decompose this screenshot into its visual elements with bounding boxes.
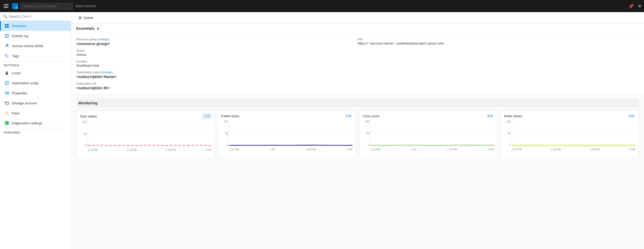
delete-button[interactable]: 🗑 Delete (76, 15, 96, 21)
core-count-chart: Core count Edit 100 50 0 (359, 110, 497, 158)
svg-rect-13 (5, 92, 6, 94)
azure-logo (12, 3, 18, 9)
resource-group-field: Resource group (change) <resource group> (76, 38, 358, 46)
svg-rect-3 (7, 26, 9, 28)
essentials-left: Resource group (change) <resource group>… (76, 38, 358, 90)
node-states-title: Node states (504, 114, 522, 118)
node-states-edit[interactable]: Edit (628, 114, 635, 118)
subscription-name-change-link[interactable]: (change) (101, 71, 112, 74)
svg-rect-11 (6, 73, 8, 75)
automation-script-icon (4, 81, 9, 85)
svg-point-10 (6, 55, 6, 55)
node-states-header: Node states Edit (504, 114, 635, 118)
settings-section-label: SETTINGS (0, 61, 71, 68)
location-field: Location Southeast Asia (76, 60, 358, 67)
properties-label: Properties (12, 91, 27, 95)
svg-rect-18 (6, 102, 6, 103)
svg-line-20 (8, 113, 8, 114)
sidebar-item-diagnostics[interactable]: + Diagnostics settings (0, 118, 71, 128)
svg-rect-0 (5, 24, 7, 26)
monitoring-header: Monitoring (76, 99, 639, 107)
activity-log-label: Activity log (12, 34, 28, 38)
svg-rect-15 (8, 92, 9, 94)
sidebar-item-overview[interactable]: Overview (0, 21, 71, 31)
monitoring-charts: Task states Edit 100 50 0 (76, 110, 639, 158)
delete-icon: 🗑 (78, 16, 82, 20)
core-count-plot (370, 120, 494, 147)
storage-account-icon (4, 101, 9, 105)
failed-tasks-area: 100 50 0 (221, 120, 353, 152)
failed-tasks-y-labels: 100 50 0 (221, 120, 229, 147)
task-states-y-labels: 100 50 0 (80, 121, 88, 147)
subscription-name-value: <subscription Name> (76, 74, 358, 79)
essentials-section: Essentials ∧ Resource group (change) <re… (71, 24, 644, 95)
node-states-plot (512, 120, 635, 147)
close-icon[interactable]: ✕ (638, 4, 641, 9)
failed-tasks-title: Failed tasks (221, 114, 239, 118)
sidebar-item-locks[interactable]: Locks (0, 68, 71, 78)
subscription-id-value: <subscription ID> (76, 86, 358, 90)
task-states-header: Task states Edit (80, 114, 211, 119)
storage-account-label: Storage account (12, 101, 37, 105)
svg-point-9 (8, 45, 9, 46)
svg-rect-2 (5, 26, 7, 28)
sidebar-item-storage-account[interactable]: Storage account (0, 98, 71, 108)
access-control-label: Access control (IAM) (12, 44, 43, 48)
failed-tasks-edit[interactable]: Edit (345, 114, 353, 118)
essentials-title: Essentials (76, 26, 95, 31)
status-value: Online (76, 53, 358, 57)
core-count-title: Core count (363, 114, 379, 118)
essentials-body: Resource group (change) <resource group>… (71, 33, 644, 94)
sidebar: 🔍 Overview Activity log Access control (… (0, 12, 71, 249)
top-bar-right: 📌 ✕ (628, 4, 641, 9)
keys-label: Keys (12, 111, 19, 115)
top-bar: Batch account 📌 ✕ (0, 0, 644, 12)
task-states-edit[interactable]: Edit (203, 114, 211, 119)
hamburger-icon[interactable] (3, 2, 10, 10)
task-states-title: Task states (80, 114, 97, 118)
overview-label: Overview (12, 24, 26, 28)
status-field: Status Online (76, 49, 358, 57)
features-section-label: FEATURES (0, 128, 71, 135)
failed-tasks-chart: Failed tasks Edit 100 50 0 (218, 110, 356, 158)
batch-name-input[interactable] (20, 3, 73, 9)
automation-script-label: Automation script (12, 81, 38, 85)
node-states-x-labels: 1:15 PM 1:30 PM 1:45 PM 2 PM (512, 147, 635, 152)
main-layout: 🔍 Overview Activity log Access control (… (0, 12, 644, 249)
location-value: Southeast Asia (76, 64, 358, 67)
core-count-x-labels: 1:15 PM 1:30 1:45 PM 2 PM (370, 147, 494, 152)
tags-icon (4, 53, 9, 58)
task-states-plot (88, 121, 211, 147)
resource-group-change-link[interactable]: (change) (98, 38, 109, 41)
search-icon: 🔍 (3, 14, 7, 18)
pin-icon[interactable]: 📌 (628, 4, 634, 9)
svg-point-8 (6, 44, 8, 46)
sidebar-item-properties[interactable]: Properties (0, 88, 71, 98)
search-input[interactable] (9, 14, 68, 18)
batch-account-label: Batch account (76, 4, 96, 8)
core-count-header: Core count Edit (363, 114, 494, 118)
essentials-right: URL https:// <account-name>. southeastas… (358, 38, 639, 90)
url-value: https:// <account-name>. southeastasia.b… (358, 41, 639, 45)
locks-label: Locks (12, 71, 21, 75)
failed-tasks-x-labels: 1:15 PM 1:30 1:45 PM 2 PM (229, 147, 353, 152)
monitoring-section: Monitoring Task states Edit 100 50 0 (71, 95, 644, 162)
essentials-collapse-icon: ∧ (97, 26, 99, 31)
node-states-chart: Node states Edit 100 50 0 (501, 110, 639, 158)
essentials-header[interactable]: Essentials ∧ (71, 24, 644, 33)
core-count-edit[interactable]: Edit (486, 114, 494, 118)
properties-icon (4, 91, 9, 95)
svg-rect-1 (7, 24, 9, 26)
sidebar-item-tags[interactable]: Tags (0, 51, 71, 61)
sidebar-item-keys[interactable]: Keys (0, 108, 71, 118)
sidebar-item-activity-log[interactable]: Activity log (0, 31, 71, 41)
task-states-chart: Task states Edit 100 50 0 (76, 110, 215, 158)
sidebar-item-automation-script[interactable]: Automation script (0, 78, 71, 88)
keys-icon (4, 111, 9, 115)
sidebar-item-access-control[interactable]: Access control (IAM) (0, 41, 71, 51)
search-box: 🔍 (0, 12, 71, 21)
core-count-y-labels: 100 50 0 (363, 120, 370, 147)
core-count-area: 100 50 0 (363, 120, 494, 152)
toolbar: 🗑 Delete (71, 12, 644, 24)
node-states-area: 100 50 0 (504, 120, 635, 152)
